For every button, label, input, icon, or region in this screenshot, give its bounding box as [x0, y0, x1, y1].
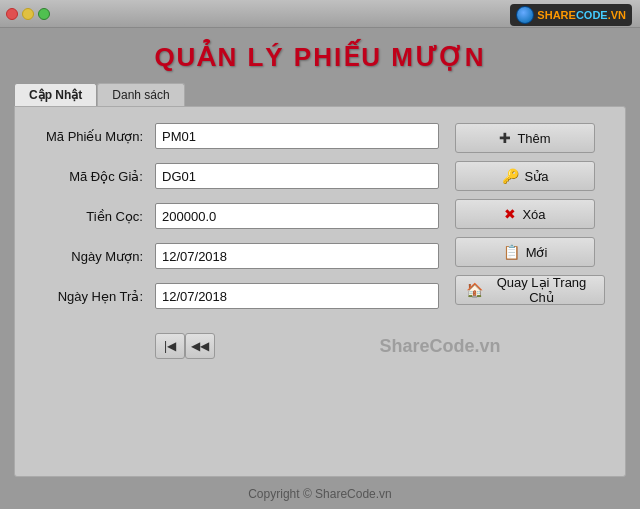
nav-and-watermark: |◀ ◀◀ ShareCode.vn — [35, 333, 605, 359]
label-ma-phieu-muon: Mã Phiếu Mượn: — [35, 129, 155, 144]
sua-button[interactable]: 🔑 Sửa — [455, 161, 595, 191]
titlebar: SHARECODE.VN — [0, 0, 640, 28]
moi-label: Mới — [526, 245, 548, 260]
prev-icon: ◀◀ — [191, 339, 209, 353]
label-ngay-muon: Ngày Mượn: — [35, 249, 155, 264]
logo-share: SHARE — [537, 9, 576, 21]
input-tien-coc[interactable] — [155, 203, 439, 229]
form-fields: Mã Phiếu Mượn: Mã Độc Giả: Tiền Cọc: Ngà… — [35, 123, 439, 323]
row-ma-doc-gia: Mã Độc Giả: — [35, 163, 439, 189]
label-tien-coc: Tiền Cọc: — [35, 209, 155, 224]
moi-button[interactable]: 📋 Mới — [455, 237, 595, 267]
sharecode-logo: SHARECODE.VN — [510, 4, 632, 26]
nav-first-button[interactable]: |◀ — [155, 333, 185, 359]
page-title: QUẢN LÝ PHIẾU MƯỢN — [0, 28, 640, 83]
window-controls — [6, 8, 50, 20]
action-buttons: ✚ Thêm 🔑 Sửa ✖ Xóa 📋 Mới — [455, 123, 605, 323]
tabs-bar: Cập Nhật Danh sách — [0, 83, 640, 106]
label-ngay-hen-tra: Ngày Hẹn Trả: — [35, 289, 155, 304]
form-and-buttons: Mã Phiếu Mượn: Mã Độc Giả: Tiền Cọc: Ngà… — [35, 123, 605, 323]
doc-icon: 📋 — [503, 244, 520, 260]
maximize-dot — [38, 8, 50, 20]
main-container: QUẢN LÝ PHIẾU MƯỢN Cập Nhật Danh sách Mã… — [0, 28, 640, 509]
row-ngay-hen-tra: Ngày Hẹn Trả: — [35, 283, 439, 309]
input-ma-doc-gia[interactable] — [155, 163, 439, 189]
home-icon: 🏠 — [466, 282, 483, 298]
close-dot — [6, 8, 18, 20]
logo-code: CODE — [576, 9, 608, 21]
row-ma-phieu-muon: Mã Phiếu Mượn: — [35, 123, 439, 149]
xoa-label: Xóa — [522, 207, 545, 222]
minimize-dot — [22, 8, 34, 20]
row-ngay-muon: Ngày Mượn: — [35, 243, 439, 269]
input-ngay-muon[interactable] — [155, 243, 439, 269]
them-label: Thêm — [517, 131, 550, 146]
quay-lai-button[interactable]: 🏠 Quay Lại Trang Chủ — [455, 275, 605, 305]
first-icon: |◀ — [164, 339, 176, 353]
pencil-icon: 🔑 — [502, 168, 519, 184]
watermark-text: ShareCode.vn — [275, 336, 605, 357]
form-panel: Mã Phiếu Mượn: Mã Độc Giả: Tiền Cọc: Ngà… — [14, 106, 626, 477]
xoa-button[interactable]: ✖ Xóa — [455, 199, 595, 229]
input-ngay-hen-tra[interactable] — [155, 283, 439, 309]
row-tien-coc: Tiền Cọc: — [35, 203, 439, 229]
cross-icon: ✖ — [504, 206, 516, 222]
quay-lai-label: Quay Lại Trang Chủ — [489, 275, 594, 305]
tab-danh-sach[interactable]: Danh sách — [97, 83, 184, 106]
label-ma-doc-gia: Mã Độc Giả: — [35, 169, 155, 184]
logo-text: SHARECODE.VN — [537, 9, 626, 21]
footer-text: Copyright © ShareCode.vn — [248, 487, 392, 501]
nav-prev-button[interactable]: ◀◀ — [185, 333, 215, 359]
globe-icon — [516, 6, 534, 24]
sua-label: Sửa — [525, 169, 549, 184]
footer: Copyright © ShareCode.vn — [0, 477, 640, 509]
plus-icon: ✚ — [499, 130, 511, 146]
input-ma-phieu-muon[interactable] — [155, 123, 439, 149]
logo-vn: .VN — [608, 9, 626, 21]
tab-cap-nhat[interactable]: Cập Nhật — [14, 83, 97, 106]
them-button[interactable]: ✚ Thêm — [455, 123, 595, 153]
